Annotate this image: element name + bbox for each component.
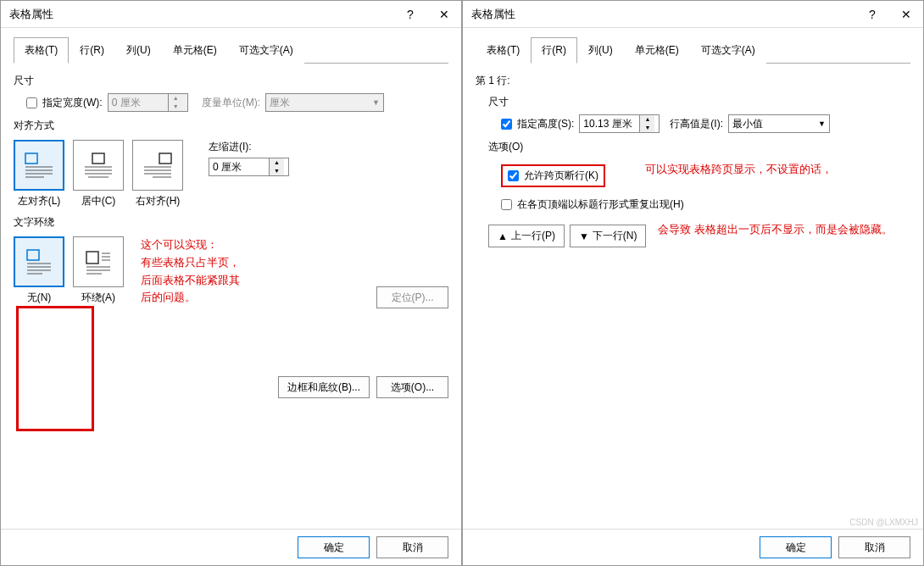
height-spinbox[interactable]: ▲▼	[579, 114, 660, 133]
indent-spinbox[interactable]: ▲▼	[209, 158, 289, 176]
spin-up-icon[interactable]: ▲	[169, 94, 183, 103]
annotation-right-1: 可以实现表格跨页显示，不设置的话，	[645, 161, 832, 179]
watermark: CSDN @LXMXHJ	[849, 518, 918, 527]
height-rule-label: 行高值是(I):	[670, 117, 723, 131]
specify-height-checkbox[interactable]	[501, 119, 512, 130]
annotation-right-2: 会导致 表格超出一页后不显示，而是会被隐藏。	[658, 221, 912, 239]
align-right-label: 右对齐(H)	[136, 194, 181, 208]
wrap-around-label: 环绕(A)	[81, 291, 115, 305]
width-spinbox[interactable]: ▲▼	[108, 93, 188, 112]
tab-column[interactable]: 列(U)	[115, 37, 162, 64]
indent-block: 左缩进(I): ▲▼	[209, 140, 289, 176]
indent-label: 左缩进(I):	[209, 140, 289, 154]
row-header: 第 1 行:	[476, 74, 910, 88]
titlebar: 表格属性 ? ✕	[1, 1, 461, 28]
svg-rect-15	[27, 250, 39, 260]
button-row: 确定 取消	[1, 529, 461, 565]
wrap-none-label: 无(N)	[27, 291, 52, 305]
content: 表格(T) 行(R) 列(U) 单元格(E) 可选文字(A) 尺寸 指定宽度(W…	[1, 28, 461, 529]
spin-up-icon[interactable]: ▲	[270, 158, 284, 167]
ok-button[interactable]: 确定	[760, 536, 832, 558]
unit-dropdown[interactable]: 厘米▼	[265, 93, 384, 112]
close-button[interactable]: ✕	[427, 1, 461, 28]
options-label: 选项(O)	[488, 140, 910, 154]
options-button[interactable]: 选项(O)...	[376, 376, 448, 398]
prev-row-button[interactable]: ▲上一行(P)	[488, 225, 565, 247]
specify-height-label: 指定高度(S):	[517, 117, 574, 131]
width-input	[109, 95, 168, 110]
close-button[interactable]: ✕	[889, 1, 923, 28]
svg-rect-20	[86, 252, 98, 264]
dialog-table-properties-right: 表格属性 ? ✕ 表格(T) 行(R) 列(U) 单元格(E) 可选文字(A) …	[462, 0, 924, 566]
dialog-title: 表格属性	[9, 7, 393, 22]
help-button[interactable]: ?	[393, 1, 427, 28]
height-input[interactable]	[580, 116, 639, 131]
wrap-none-item: 无(N)	[14, 236, 64, 305]
triangle-up-icon: ▲	[498, 230, 508, 242]
indent-input[interactable]	[209, 159, 269, 175]
dialog-table-properties-left: 表格属性 ? ✕ 表格(T) 行(R) 列(U) 单元格(E) 可选文字(A) …	[0, 0, 462, 566]
svg-rect-5	[92, 153, 104, 164]
size-label: 尺寸	[488, 95, 910, 109]
tab-cell[interactable]: 单元格(E)	[162, 37, 228, 64]
align-label: 对齐方式	[14, 119, 448, 133]
align-center-label: 居中(C)	[81, 194, 116, 208]
tab-table[interactable]: 表格(T)	[14, 37, 69, 64]
svg-rect-0	[25, 153, 37, 164]
button-row: 确定 取消	[463, 529, 923, 565]
borders-button[interactable]: 边框和底纹(B)...	[278, 376, 370, 398]
align-center-item: 居中(C)	[73, 140, 124, 208]
height-rule-dropdown[interactable]: 最小值▼	[728, 114, 830, 133]
content: 表格(T) 行(R) 列(U) 单元格(E) 可选文字(A) 第 1 行: 尺寸…	[463, 28, 923, 529]
align-left-item: 左对齐(L)	[14, 140, 64, 208]
wrap-around-icon[interactable]	[73, 236, 124, 287]
wrap-around-item: 环绕(A)	[73, 236, 124, 305]
tab-cell[interactable]: 单元格(E)	[624, 37, 690, 64]
help-button[interactable]: ?	[855, 1, 889, 28]
align-right-icon[interactable]	[132, 140, 183, 191]
wrap-label: 文字环绕	[14, 215, 448, 230]
spin-down-icon[interactable]: ▼	[270, 167, 284, 175]
tab-row[interactable]: 行(R)	[69, 37, 115, 64]
ok-button[interactable]: 确定	[298, 536, 370, 558]
cancel-button[interactable]: 取消	[838, 536, 910, 558]
allow-break-label: 允许跨页断行(K)	[524, 169, 598, 183]
width-row: 指定宽度(W): ▲▼ 度量单位(M): 厘米▼	[26, 93, 448, 112]
wrap-none-icon[interactable]	[14, 236, 64, 287]
align-center-icon[interactable]	[73, 140, 124, 191]
annotation-left: 这个可以实现： 有些表格只占半页， 后面表格不能紧跟其 后的问题。	[141, 236, 240, 307]
svg-rect-10	[159, 153, 171, 164]
repeat-header-label: 在各页顶端以标题行形式重复出现(H)	[517, 197, 684, 212]
tab-column[interactable]: 列(U)	[577, 37, 624, 64]
align-left-label: 左对齐(L)	[18, 194, 61, 208]
specify-width-checkbox[interactable]	[26, 97, 37, 108]
spin-down-icon[interactable]: ▼	[640, 124, 654, 132]
spin-down-icon[interactable]: ▼	[169, 103, 183, 111]
allow-break-row: 允许跨页断行(K)	[501, 164, 605, 187]
spin-up-icon[interactable]: ▲	[640, 115, 654, 124]
tab-row[interactable]: 行(R)	[531, 37, 577, 64]
align-options: 左对齐(L) 居中(C) 右对齐(H) 左缩进(I): ▲▼	[14, 140, 448, 208]
specify-width-label: 指定宽度(W):	[42, 96, 103, 110]
align-left-icon[interactable]	[14, 140, 64, 191]
allow-break-checkbox[interactable]	[508, 170, 519, 181]
repeat-header-row: 在各页顶端以标题行形式重复出现(H)	[501, 197, 910, 212]
position-button: 定位(P)...	[376, 286, 448, 308]
chevron-down-icon: ▼	[372, 98, 380, 107]
red-highlight-box	[16, 306, 94, 431]
height-row: 指定高度(S): ▲▼ 行高值是(I): 最小值▼	[501, 114, 910, 133]
tab-alttext[interactable]: 可选文字(A)	[690, 37, 766, 64]
unit-label: 度量单位(M):	[202, 96, 260, 110]
size-label: 尺寸	[14, 74, 448, 88]
repeat-header-checkbox[interactable]	[501, 199, 512, 210]
tabs: 表格(T) 行(R) 列(U) 单元格(E) 可选文字(A)	[14, 36, 448, 64]
triangle-down-icon: ▼	[579, 230, 589, 242]
dialog-title: 表格属性	[471, 7, 855, 22]
tab-table[interactable]: 表格(T)	[476, 37, 531, 64]
tab-alttext[interactable]: 可选文字(A)	[228, 37, 304, 64]
chevron-down-icon: ▼	[818, 119, 826, 128]
next-row-button[interactable]: ▼下一行(N)	[570, 225, 647, 247]
cancel-button[interactable]: 取消	[376, 536, 448, 558]
align-right-item: 右对齐(H)	[132, 140, 183, 208]
titlebar: 表格属性 ? ✕	[463, 1, 923, 28]
